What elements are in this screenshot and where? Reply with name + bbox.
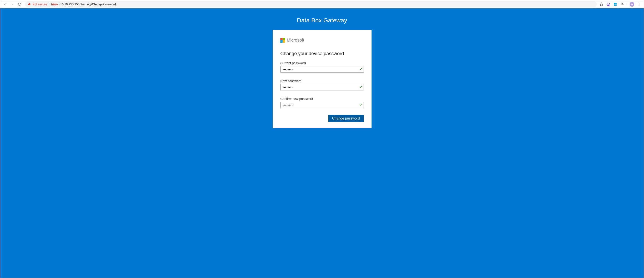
svg-line-9: [623, 4, 624, 5]
confirm-password-input[interactable]: [280, 102, 364, 108]
back-button[interactable]: [2, 1, 8, 7]
current-password-label: Current password: [280, 61, 364, 65]
svg-rect-4: [614, 4, 615, 6]
separator: |: [49, 3, 50, 6]
svg-point-11: [639, 4, 640, 5]
svg-point-6: [622, 3, 623, 4]
brand-text: Microsoft: [287, 38, 304, 43]
extension-eye-icon[interactable]: [620, 2, 624, 7]
new-password-input[interactable]: [280, 84, 364, 90]
form-heading: Change your device password: [280, 51, 364, 56]
url-text: https://10.10.255.255/Security/ChangePas…: [51, 3, 116, 6]
svg-rect-3: [616, 3, 617, 4]
svg-rect-5: [616, 4, 617, 6]
checkmark-icon: [359, 103, 362, 107]
checkmark-icon: [359, 67, 362, 71]
svg-rect-2: [614, 3, 615, 4]
change-password-card: Microsoft Change your device password Cu…: [273, 30, 372, 128]
confirm-password-label: Confirm new password: [280, 97, 364, 101]
change-password-button[interactable]: Change password: [328, 115, 364, 122]
new-password-label: New password: [280, 79, 364, 83]
extension-circle-icon[interactable]: [606, 2, 610, 7]
bookmark-star-icon[interactable]: [599, 2, 604, 7]
reload-button[interactable]: [16, 1, 22, 7]
svg-marker-0: [600, 3, 603, 6]
svg-point-12: [639, 5, 640, 6]
svg-point-10: [639, 3, 640, 4]
current-password-input[interactable]: [280, 66, 364, 73]
browser-toolbar: Not secure | https://10.10.255.255/Secur…: [0, 0, 644, 9]
profile-avatar[interactable]: A: [630, 2, 634, 7]
menu-kebab-icon[interactable]: [637, 2, 641, 7]
svg-line-7: [621, 4, 621, 5]
address-bar[interactable]: Not secure | https://10.10.255.255/Secur…: [25, 1, 597, 7]
microsoft-logo-icon: [280, 38, 285, 43]
warning-icon: [28, 2, 31, 6]
toolbar-divider: [627, 2, 627, 7]
windows-grid-icon[interactable]: [613, 2, 617, 7]
page-body: Data Box Gateway Microsoft Change your d…: [0, 9, 644, 278]
not-secure-label: Not secure: [32, 3, 47, 6]
page-title: Data Box Gateway: [297, 17, 347, 24]
checkmark-icon: [359, 85, 362, 89]
forward-button[interactable]: [9, 1, 15, 7]
brand-row: Microsoft: [280, 38, 364, 43]
